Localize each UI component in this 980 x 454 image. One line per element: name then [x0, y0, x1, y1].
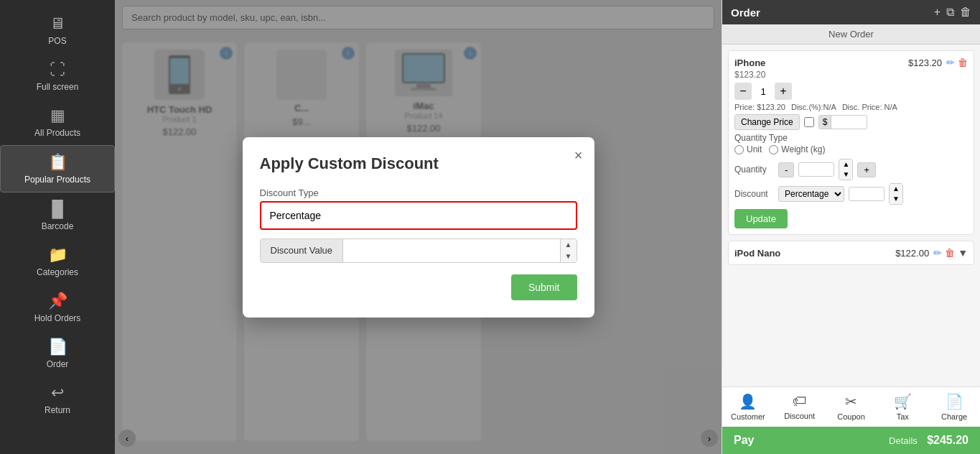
sidebar: 🖥 POS ⛶ Full screen ▦ All Products 📋 Pop…: [0, 0, 115, 454]
order-item-ipod-actions: ✏ 🗑 ▼: [933, 247, 968, 259]
qty-type-row-iphone: Quantity Type Unit Weight (kg): [734, 133, 968, 154]
quantity-down-iphone[interactable]: ▼: [839, 170, 852, 180]
change-price-button-iphone[interactable]: Change Price: [734, 114, 800, 130]
sidebar-item-all-products-label: All Products: [34, 128, 80, 138]
sidebar-item-all-products[interactable]: ▦ All Products: [0, 99, 115, 145]
discount-value-input[interactable]: [343, 239, 560, 262]
customer-action-label: Customer: [731, 412, 765, 421]
order-add-button[interactable]: +: [934, 6, 941, 19]
customer-action-button[interactable]: 👤 Customer: [722, 387, 774, 427]
disc-label-iphone: Disc.(%):N/A: [791, 103, 836, 111]
sidebar-item-categories[interactable]: 📁 Categories: [0, 238, 115, 284]
discount-icon: 🏷: [793, 393, 807, 409]
order-item-iphone-name: iPhone: [734, 57, 765, 68]
order-header-actions: + ⧉ 🗑: [934, 6, 971, 19]
discount-up-down-iphone: ▲ ▼: [889, 183, 903, 205]
modal-overlay: Apply Custom Discount × Discount Type Pe…: [115, 0, 722, 454]
discount-action-button[interactable]: 🏷 Discount: [774, 387, 826, 427]
order-title: Order: [731, 6, 760, 19]
quantity-minus-iphone[interactable]: -: [778, 162, 794, 177]
quantity-label-iphone: Quantity: [734, 165, 774, 175]
order-delete-button[interactable]: 🗑: [960, 6, 971, 19]
discount-down-iphone[interactable]: ▼: [890, 194, 902, 204]
sidebar-item-barcode-label: Barcode: [42, 221, 74, 231]
categories-icon: 📁: [48, 246, 67, 264]
charge-action-label: Charge: [941, 412, 967, 421]
unit-label-iphone[interactable]: Unit: [734, 144, 762, 154]
discount-select-iphone[interactable]: Percentage Fixed: [778, 186, 844, 202]
discount-up-iphone[interactable]: ▲: [890, 184, 902, 194]
modal-title: Apply Custom Discount: [260, 154, 577, 173]
coupon-action-button[interactable]: ✂ Coupon: [826, 387, 877, 427]
tax-icon: 🛒: [894, 393, 912, 410]
charge-icon: 📄: [946, 393, 963, 410]
pay-details-label: Details: [889, 435, 918, 446]
discount-number-iphone[interactable]: [849, 187, 885, 201]
return-icon: ↩: [51, 384, 64, 402]
pay-bar[interactable]: Pay Details $245.20: [722, 427, 980, 454]
price-number-input-iphone[interactable]: [831, 115, 867, 129]
main-content: i HTC Touch HD Product 1 $122.00 i C... …: [115, 0, 722, 454]
quantity-plus-iphone[interactable]: +: [857, 162, 876, 177]
disc-price-label-iphone: Disc. Price: N/A: [842, 103, 897, 111]
order-item-iphone-sub: $123.20: [734, 70, 968, 80]
sidebar-item-order-label: Order: [47, 359, 69, 369]
modal-submit-button[interactable]: Submit: [511, 274, 577, 300]
qty-type-label-iphone: Quantity Type: [734, 133, 968, 143]
order-item-ipod-delete-button[interactable]: 🗑: [945, 247, 955, 259]
sidebar-item-popular-products[interactable]: 📋 Popular Products: [0, 145, 115, 193]
charge-action-button[interactable]: 📄 Charge: [928, 387, 980, 427]
discount-value-up-button[interactable]: ▲: [561, 239, 577, 251]
order-item-iphone: iPhone $123.20 ✏ 🗑 $123.20 − 1 + Price: …: [728, 50, 974, 235]
qty-value-iphone: 1: [756, 86, 770, 97]
bottom-actions: 👤 Customer 🏷 Discount ✂ Coupon 🛒 Tax 📄 C…: [722, 386, 980, 427]
price-disc-row-iphone: Price: $123.20 Disc.(%):N/A Disc. Price:…: [734, 103, 968, 111]
unit-radio-iphone[interactable]: [734, 145, 744, 154]
modal-close-button[interactable]: ×: [574, 147, 583, 164]
discount-label-iphone: Discount: [734, 189, 774, 199]
pay-total: $245.20: [927, 434, 969, 446]
qty-minus-iphone[interactable]: −: [734, 83, 752, 100]
discount-value-arrows: ▲ ▼: [560, 239, 577, 262]
tax-action-button[interactable]: 🛒 Tax: [877, 387, 928, 427]
dollar-sign-iphone: $: [818, 115, 832, 129]
sidebar-item-hold-orders-label: Hold Orders: [34, 313, 81, 323]
quantity-row-iphone: Quantity - ▲ ▼ +: [734, 159, 968, 180]
change-price-row-iphone: Change Price $: [734, 114, 968, 130]
sidebar-item-pos[interactable]: 🖥 POS: [0, 7, 115, 53]
discount-value-down-button[interactable]: ▼: [561, 251, 577, 262]
order-copy-button[interactable]: ⧉: [946, 6, 954, 19]
order-item-iphone-actions: ✏ 🗑: [946, 57, 968, 68]
quantity-up-iphone[interactable]: ▲: [839, 159, 852, 170]
weight-label-iphone[interactable]: Weight (kg): [769, 144, 825, 154]
order-item-iphone-edit-button[interactable]: ✏: [946, 57, 955, 68]
sidebar-item-return-label: Return: [45, 405, 70, 415]
update-button-iphone[interactable]: Update: [734, 209, 788, 228]
customer-icon: 👤: [739, 393, 757, 410]
change-price-checkbox-iphone[interactable]: [804, 117, 814, 127]
sidebar-item-hold-orders[interactable]: 📌 Hold Orders: [0, 284, 115, 330]
order-item-iphone-delete-button[interactable]: 🗑: [958, 57, 968, 68]
sidebar-item-categories-label: Categories: [37, 267, 78, 277]
discount-type-select-wrapper: Percentage Fixed: [260, 201, 577, 230]
qty-plus-iphone[interactable]: +: [775, 83, 792, 100]
pay-details-total: Details $245.20: [889, 434, 969, 447]
order-item-ipod-expand-button[interactable]: ▼: [958, 247, 968, 259]
sidebar-item-barcode[interactable]: ▐▌ Barcode: [0, 193, 115, 238]
coupon-icon: ✂: [845, 393, 857, 410]
sidebar-item-popular-products-label: Popular Products: [24, 175, 90, 185]
order-item-ipod-edit-button[interactable]: ✏: [933, 247, 942, 259]
discount-modal: Apply Custom Discount × Discount Type Pe…: [243, 137, 594, 318]
order-item-iphone-price: $123.20: [908, 57, 942, 68]
sidebar-item-return[interactable]: ↩ Return: [0, 376, 115, 422]
barcode-icon: ▐▌: [46, 200, 68, 218]
qty-controls-iphone: − 1 +: [734, 83, 968, 100]
discount-type-select[interactable]: Percentage Fixed: [261, 203, 576, 228]
quantity-input-iphone[interactable]: [798, 162, 834, 177]
order-items-list: iPhone $123.20 ✏ 🗑 $123.20 − 1 + Price: …: [722, 45, 980, 386]
sidebar-item-order[interactable]: 📄 Order: [0, 330, 115, 376]
fullscreen-icon: ⛶: [50, 60, 65, 79]
order-item-ipod-header: iPod Nano $122.00 ✏ 🗑 ▼: [734, 247, 968, 259]
sidebar-item-fullscreen[interactable]: ⛶ Full screen: [0, 53, 115, 99]
weight-radio-iphone[interactable]: [769, 145, 778, 154]
